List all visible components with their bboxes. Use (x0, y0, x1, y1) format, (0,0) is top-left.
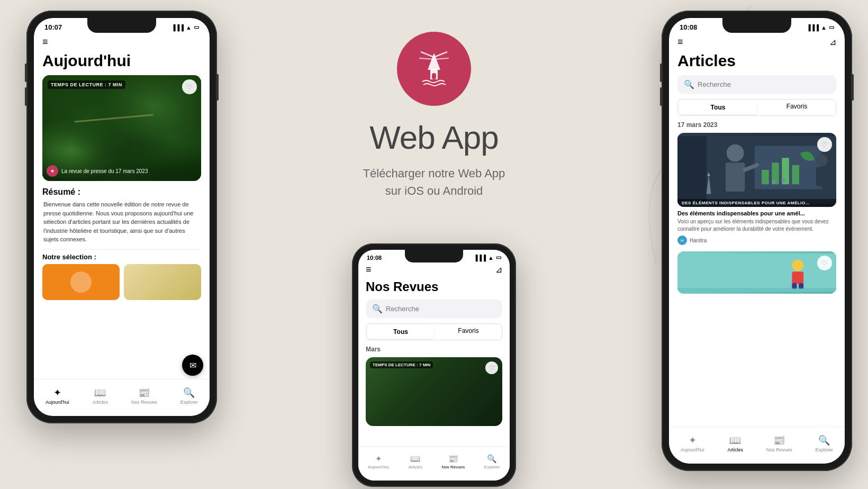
filter-center-icon[interactable]: ⊿ (495, 265, 502, 275)
battery-icon-right: ▭ (829, 24, 834, 31)
hamburger-right-icon[interactable]: ≡ (677, 37, 683, 48)
svg-rect-12 (792, 165, 799, 184)
reading-time-badge-left: TEMPS DE LECTURE : 7 MIN (48, 80, 125, 89)
nav-revues-center[interactable]: 📰 Nos Revues (442, 454, 465, 469)
vol-up-btn (25, 64, 26, 82)
page-title-center: Nos Revues (366, 279, 502, 294)
svg-line-3 (434, 52, 447, 57)
tab-favorites-right[interactable]: Favoris (758, 99, 836, 115)
nav-aujourdhui-center[interactable]: ✦ Aujourd'hui (368, 454, 389, 469)
bottom-nav-left: ✦ Aujourd'hui 📖 Articles 📰 Nos Revues 🔍 … (34, 379, 210, 416)
tab-all-center[interactable]: Tous (367, 325, 434, 339)
nav-articles-right[interactable]: 📖 Articles (727, 434, 743, 452)
selection-title-left: Notre sélection : (42, 253, 201, 261)
svg-rect-21 (677, 253, 836, 292)
wifi-icon: ▲ (186, 24, 192, 31)
newspaper-icon-left: 📰 (138, 387, 150, 399)
article-card-center[interactable]: TEMPS DE LECTURE : 7 MIN ♡ (366, 357, 502, 426)
sel-card-2[interactable] (124, 264, 201, 300)
svg-point-22 (792, 259, 803, 271)
nav-explorer-center[interactable]: 🔍 Explorer (484, 454, 500, 469)
article-title-right: Des éléments indispensables pour une amé… (677, 210, 836, 216)
logo-circle (397, 32, 471, 106)
phone-center-screen: 10:08 ▐▐▐ ▲ ▭ ≡ ⊿ Nos Revues 🔍 (358, 250, 510, 481)
battery-icon: ▭ (194, 24, 199, 31)
app-content-left: ≡ Aujourd'hui TEMPS DE LECTURE : 7 MIN ♡… (34, 32, 210, 414)
card-person (70, 271, 92, 293)
heart-button-center[interactable]: ♡ (485, 361, 498, 374)
search-input-center[interactable] (386, 305, 496, 313)
nav-revues-center-label: Nos Revues (442, 465, 465, 469)
page-title-right: Articles (677, 52, 836, 70)
nav-explorer-right[interactable]: 🔍 Explorer (816, 434, 834, 452)
nav-aujourdhui-center-label: Aujourd'hui (368, 465, 389, 469)
business-image (677, 133, 836, 207)
sel-card-1[interactable] (42, 264, 120, 300)
phone-right: 10:08 ▐▐▐ ▲ ▭ ≡ ⊿ Articles 🔍 (662, 11, 852, 471)
sun-icon-center: ✦ (375, 454, 382, 464)
nav-articles-center[interactable]: 📖 Articles (409, 454, 422, 469)
resume-text-left: Bienvenue dans cette nouvelle édition de… (42, 200, 201, 244)
phone-center-frame: 10:08 ▐▐▐ ▲ ▭ ≡ ⊿ Nos Revues 🔍 (352, 243, 516, 487)
svg-line-5 (434, 58, 449, 59)
app-content-center: ≡ ⊿ Nos Revues 🔍 Tous Favoris Mars (358, 262, 510, 477)
tab-all-right[interactable]: Tous (679, 101, 757, 114)
heart-button-green[interactable]: ♡ (817, 256, 832, 270)
nav-revues-left[interactable]: 📰 Nos Revues (131, 387, 157, 405)
svg-rect-16 (726, 162, 745, 192)
bottom-nav-right: ✦ Aujourd'hui 📖 Articles 📰 Nos Revues 🔍 … (669, 427, 845, 464)
hamburger-icon[interactable]: ≡ (42, 37, 48, 48)
hamburger-center-icon[interactable]: ≡ (366, 264, 372, 275)
svg-point-19 (816, 155, 828, 166)
nav-explorer-left[interactable]: 🔍 Explorer (180, 387, 198, 405)
nav-articles-right-label: Articles (727, 447, 743, 452)
subtitle-line1: Télécharger notre Web App (363, 167, 505, 180)
svg-point-15 (727, 144, 744, 162)
teal-svg (677, 251, 836, 294)
battery-icon-center: ▭ (496, 254, 501, 261)
email-fab[interactable]: ✉ (182, 355, 203, 376)
page-title-left: Aujourd'hui (42, 52, 201, 70)
app-content-right: ≡ ⊿ Articles 🔍 Tous Favoris 17 mars 2023 (669, 32, 845, 462)
signal-icon: ▐▐▐ (171, 24, 184, 31)
nav-aujourdhui-label: Aujourd'hui (46, 400, 69, 405)
article-list-item-right[interactable]: DES ÉLÉMENTS INDISPENSABLES POUR UNE AMÉ… (677, 133, 836, 245)
svg-line-2 (421, 52, 434, 57)
time-center: 10:08 (367, 255, 382, 261)
vol-up-btn-right (660, 64, 662, 82)
subtitle-line2: sur iOS ou Android (385, 184, 483, 197)
filter-right-icon[interactable]: ⊿ (829, 37, 836, 47)
search-nav-icon-right: 🔍 (818, 434, 830, 446)
nav-revues-right-label: Nos Revues (766, 447, 792, 452)
search-bar-right[interactable]: 🔍 (677, 75, 836, 94)
search-icon-right: 🔍 (684, 79, 694, 89)
search-bar-center[interactable]: 🔍 (366, 300, 502, 318)
notch-center (405, 250, 463, 262)
nav-revues-right[interactable]: 📰 Nos Revues (766, 434, 792, 452)
separator-left (42, 249, 201, 250)
svg-rect-26 (677, 288, 836, 292)
date-section-right: 17 mars 2023 (677, 121, 836, 129)
article-source-left: ★ La revue de presse du 17 mars 2023 (47, 165, 148, 177)
article-card-left[interactable]: TEMPS DE LECTURE : 7 MIN ♡ ★ La revue de… (42, 75, 201, 181)
newspaper-icon-right: 📰 (773, 434, 785, 446)
article-green-card[interactable]: ♡ (677, 251, 836, 294)
sun-icon: ✦ (53, 387, 61, 399)
heart-button-right[interactable]: ♡ (817, 137, 832, 152)
nav-explorer-label-left: Explorer (180, 400, 198, 405)
search-input-right[interactable] (698, 80, 830, 88)
nav-articles-left[interactable]: 📖 Articles (92, 387, 108, 405)
tab-favorites-center[interactable]: Favoris (435, 324, 502, 340)
signal-icon-center: ▐▐▐ (474, 255, 486, 261)
nav-explorer-center-label: Explorer (484, 465, 500, 469)
svg-point-14 (781, 178, 785, 182)
author-avatar-right: H (677, 236, 687, 245)
orange-card (42, 264, 120, 300)
phone-left-frame: 10:07 ▐▐▐ ▲ ▭ ≡ Aujourd'hui TEMPS DE LEC… (26, 11, 217, 423)
book-icon: 📖 (94, 387, 106, 399)
svg-rect-18 (677, 136, 707, 203)
heart-button-left[interactable]: ♡ (182, 79, 197, 94)
nav-aujourdhui[interactable]: ✦ Aujourd'hui (46, 387, 69, 405)
nav-aujourdhui-right[interactable]: ✦ Aujourd'hui (681, 434, 704, 452)
svg-rect-9 (762, 170, 769, 184)
